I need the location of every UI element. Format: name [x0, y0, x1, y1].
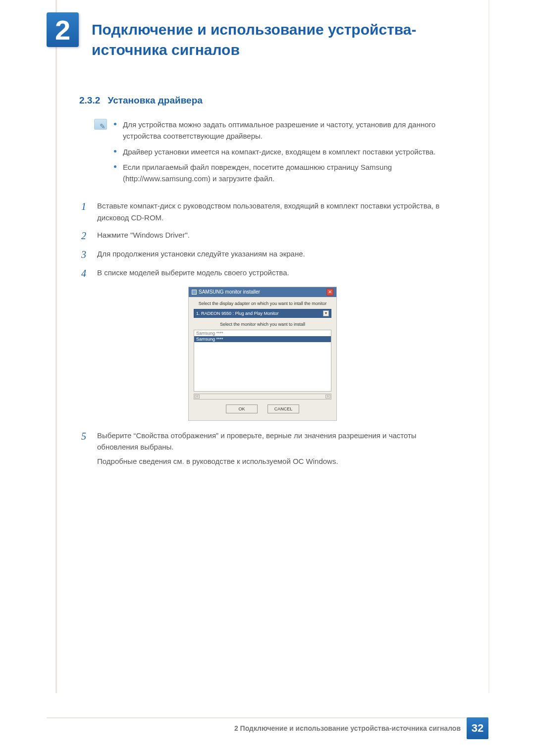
- section-heading: 2.3.2 Установка драйвера: [79, 95, 446, 106]
- scroll-left-icon[interactable]: ‹: [195, 395, 200, 399]
- steps-list-continued: 5 Выберите “Свойства отображения” и пров…: [81, 430, 443, 470]
- step-number: 5: [81, 430, 90, 470]
- right-margin-rule: [488, 0, 489, 693]
- note-list: Для устройства можно задать оптимальное …: [114, 119, 441, 188]
- step-text-line: Выберите “Свойства отображения” и провер…: [97, 430, 443, 453]
- steps-list: 1 Вставьте компакт-диск с руководством п…: [81, 200, 443, 280]
- step-number: 2: [81, 229, 90, 242]
- scroll-right-icon[interactable]: ›: [325, 395, 330, 399]
- section-title: Установка драйвера: [108, 95, 203, 105]
- page: 2 Подключение и использование устройства…: [0, 0, 535, 756]
- ok-button[interactable]: OK: [226, 404, 258, 413]
- step-text: Вставьте компакт-диск с руководством пол…: [97, 200, 443, 223]
- step-text: Для продолжения установки следуйте указа…: [97, 248, 443, 261]
- step-number: 1: [81, 200, 90, 223]
- step-text-line: Подробные сведения см. в руководстве к и…: [97, 455, 443, 467]
- dialog-titlebar: SAMSUNG monitor installer ✕: [189, 287, 336, 297]
- section-number: 2.3.2: [79, 95, 100, 105]
- step-2: 2 Нажмите "Windows Driver".: [81, 229, 443, 242]
- adapter-combo-value: 1. RADEON 9550 : Plug and Play Monitor: [196, 311, 279, 316]
- app-icon: [192, 290, 197, 295]
- note-item: Если прилагаемый файл поврежден, посетит…: [114, 161, 441, 185]
- monitor-listbox[interactable]: Samsung **** Samsung ****: [194, 330, 331, 392]
- step-5: 5 Выберите “Свойства отображения” и пров…: [81, 430, 443, 470]
- page-number-badge: 32: [467, 717, 488, 739]
- note-item: Для устройства можно задать оптимальное …: [114, 119, 441, 142]
- step-text: Выберите “Свойства отображения” и провер…: [97, 430, 443, 470]
- dialog-button-row: OK CANCEL: [194, 404, 331, 415]
- step-text: Нажмите "Windows Driver".: [97, 229, 443, 242]
- adapter-combo[interactable]: 1. RADEON 9550 : Plug and Play Monitor ▾: [194, 309, 331, 318]
- close-icon[interactable]: ✕: [326, 289, 333, 296]
- step-number: 4: [81, 267, 90, 280]
- step-number: 3: [81, 248, 90, 261]
- vertical-rule: [55, 0, 57, 693]
- note-item: Драйвер установки имеется на компакт-дис…: [114, 146, 441, 157]
- list-item[interactable]: Samsung ****: [194, 330, 331, 336]
- horizontal-scrollbar[interactable]: ‹ ›: [194, 394, 331, 400]
- note-block: Для устройства можно задать оптимальное …: [94, 119, 441, 188]
- adapter-label: Select the display adapter on which you …: [194, 301, 331, 306]
- step-1: 1 Вставьте компакт-диск с руководством п…: [81, 200, 443, 223]
- step-4: 4 В списке моделей выберите модель своег…: [81, 267, 443, 280]
- dialog-body: Select the display adapter on which you …: [189, 297, 336, 420]
- section-content: 2.3.2 Установка драйвера Для устройства …: [79, 95, 446, 476]
- note-icon: [94, 119, 107, 130]
- chapter-title: Подключение и использование устройства-и…: [92, 20, 448, 60]
- step-text: В списке моделей выберите модель своего …: [97, 267, 443, 280]
- cancel-button[interactable]: CANCEL: [268, 404, 299, 413]
- list-item[interactable]: Samsung ****: [194, 336, 331, 342]
- chevron-down-icon[interactable]: ▾: [323, 310, 329, 316]
- footer-chapter-text: 2 Подключение и использование устройства…: [234, 724, 461, 732]
- page-footer: 2 Подключение и использование устройства…: [0, 717, 535, 739]
- installer-dialog: SAMSUNG monitor installer ✕ Select the d…: [188, 287, 337, 421]
- dialog-title: SAMSUNG monitor installer: [199, 289, 260, 295]
- step-3: 3 Для продолжения установки следуйте ука…: [81, 248, 443, 261]
- chapter-number-badge: 2: [47, 12, 79, 47]
- titlebar-left: SAMSUNG monitor installer: [192, 289, 260, 295]
- monitor-label: Select the monitor which you want to ins…: [194, 322, 331, 327]
